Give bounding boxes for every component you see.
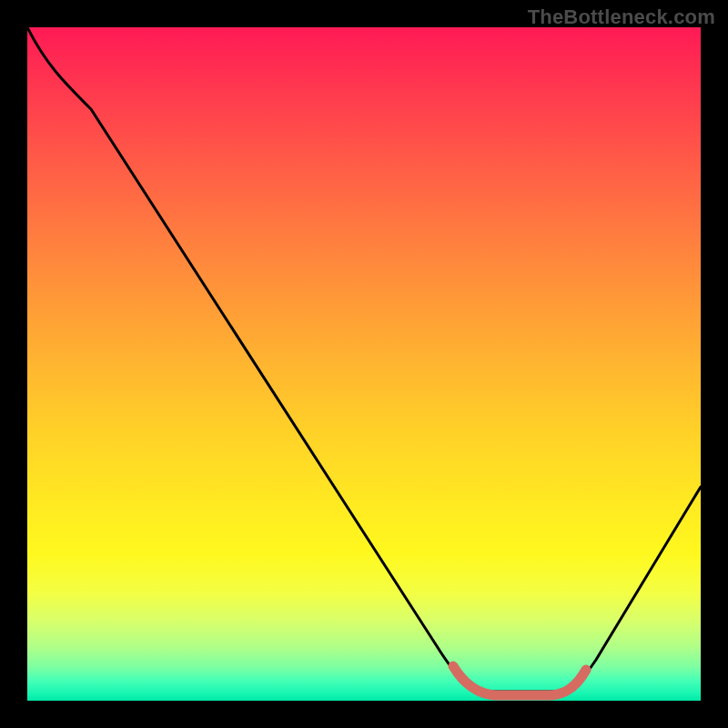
optimal-zone-marker (453, 666, 586, 695)
curve-layer (27, 27, 701, 701)
plot-area (27, 27, 701, 701)
watermark-text: TheBottleneck.com (528, 5, 715, 29)
chart-frame: TheBottleneck.com (0, 0, 728, 728)
bottleneck-curve (27, 27, 701, 692)
